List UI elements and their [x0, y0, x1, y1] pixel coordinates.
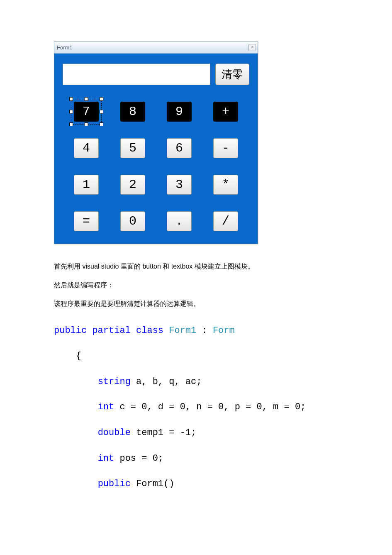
- resize-handle-icon: [69, 122, 73, 126]
- keyword-class: class: [136, 325, 163, 336]
- type-form: Form: [213, 325, 235, 336]
- button-label: +: [222, 105, 229, 119]
- code-text: c = 0, d = 0, n = 0, p = 0, m = 0;: [114, 402, 306, 412]
- button-1[interactable]: 1: [74, 175, 99, 195]
- colon-sep: :: [196, 325, 213, 336]
- display-row: 清零: [63, 64, 249, 85]
- resize-handle-icon: [100, 97, 103, 101]
- button-label: 8: [129, 105, 136, 119]
- paragraph-2: 然后就是编写程序：: [54, 278, 338, 292]
- button-label: 4: [83, 141, 90, 155]
- code-text: Form1(): [131, 479, 175, 489]
- button-label: 9: [175, 105, 183, 119]
- button-dot[interactable]: .: [167, 211, 192, 231]
- keyword-partial: partial: [92, 325, 130, 336]
- code-block: public partial class Form1 : Form { stri…: [54, 318, 338, 497]
- form-body: 清零 7 8 9 + 4: [54, 54, 258, 244]
- keyword-public: public: [98, 479, 131, 489]
- button-label: -: [222, 141, 229, 155]
- button-9[interactable]: 9: [167, 102, 192, 122]
- button-label: *: [222, 178, 229, 192]
- button-multiply[interactable]: *: [213, 175, 238, 195]
- resize-handle-icon: [100, 110, 103, 114]
- button-label: 2: [129, 178, 136, 192]
- resize-handle-icon: [69, 110, 73, 114]
- body-text: 首先利用 visual studio 里面的 button 和 textbox …: [54, 259, 338, 311]
- document-page: Form1 ✕ 清零 7: [0, 0, 392, 555]
- button-8[interactable]: 8: [120, 102, 145, 122]
- brace-open: {: [76, 351, 81, 361]
- button-label: 1: [83, 178, 90, 192]
- resize-handle-icon: [85, 97, 88, 101]
- code-text: a, b, q, ac;: [131, 377, 202, 387]
- window-title: Form1: [57, 44, 73, 51]
- resize-handle-icon: [85, 122, 88, 126]
- button-7[interactable]: 7: [74, 102, 99, 122]
- button-label: 7: [83, 105, 90, 119]
- resize-handle-icon: [100, 122, 103, 126]
- button-3[interactable]: 3: [167, 175, 192, 195]
- button-equals[interactable]: =: [74, 211, 99, 231]
- button-label: 5: [129, 141, 136, 155]
- button-label: /: [222, 214, 229, 228]
- clear-button[interactable]: 清零: [215, 64, 249, 85]
- keyword-double: double: [98, 428, 131, 438]
- button-plus[interactable]: +: [213, 102, 238, 122]
- button-label: =: [83, 214, 90, 228]
- close-icon[interactable]: ✕: [248, 44, 256, 51]
- keyword-public: public: [54, 325, 87, 336]
- button-label: .: [175, 214, 183, 228]
- code-text: pos = 0;: [114, 453, 163, 464]
- button-6[interactable]: 6: [167, 138, 192, 158]
- button-2[interactable]: 2: [120, 175, 145, 195]
- display-textbox[interactable]: [63, 64, 210, 85]
- button-label: 0: [129, 214, 136, 228]
- button-5[interactable]: 5: [120, 138, 145, 158]
- paragraph-1: 首先利用 visual studio 里面的 button 和 textbox …: [54, 259, 338, 274]
- paragraph-3: 该程序最重要的是要理解清楚计算器的运算逻辑。: [54, 296, 338, 311]
- button-grid: 7 8 9 + 4 5 6 - 1: [63, 102, 249, 231]
- button-0[interactable]: 0: [120, 211, 145, 231]
- keyword-int: int: [98, 402, 114, 412]
- form1-window: Form1 ✕ 清零 7: [54, 42, 258, 244]
- window-titlebar: Form1 ✕: [54, 42, 258, 54]
- resize-handle-icon: [69, 97, 73, 101]
- button-minus[interactable]: -: [213, 138, 238, 158]
- keyword-string: string: [98, 377, 131, 387]
- button-4[interactable]: 4: [74, 138, 99, 158]
- code-text: temp1 = -1;: [131, 428, 196, 438]
- button-divide[interactable]: /: [213, 211, 238, 231]
- button-label: 3: [175, 178, 183, 192]
- type-form1: Form1: [169, 325, 196, 336]
- button-label: 6: [175, 141, 183, 155]
- keyword-int: int: [98, 453, 114, 464]
